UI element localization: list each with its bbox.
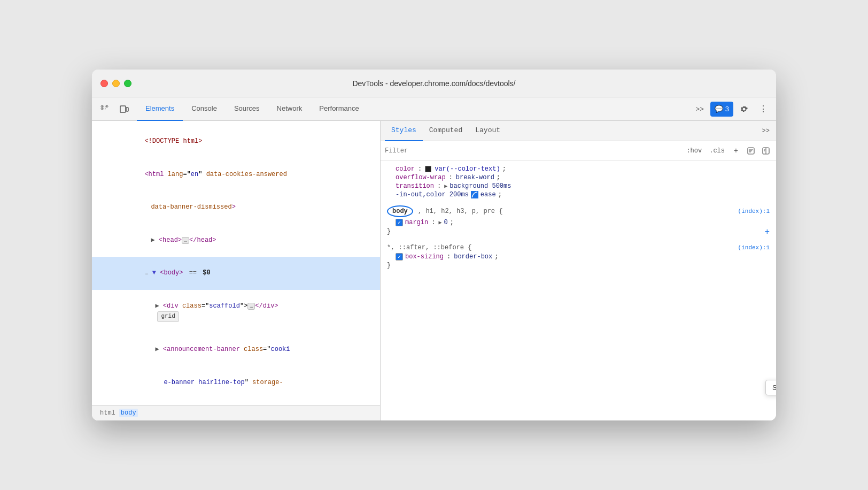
prop-transition-cont: -in-out,color 200ms ease;: [387, 190, 770, 199]
bezier-curve-icon[interactable]: [471, 191, 478, 198]
settings-button[interactable]: [735, 101, 753, 118]
expand-margin-button[interactable]: ▶: [438, 219, 441, 226]
main-tabs: Elements Console Sources Network Perform…: [137, 97, 692, 121]
filter-cls-button[interactable]: .cls: [707, 146, 727, 156]
titlebar: DevTools - developer.chrome.com/docs/dev…: [92, 70, 776, 97]
tab-styles[interactable]: Styles: [385, 121, 423, 141]
notification-icon: 💬: [715, 105, 723, 113]
toggle-element-state-button[interactable]: [745, 145, 757, 157]
tab-sources[interactable]: Sources: [226, 97, 268, 121]
style-rule-universal: *, ::after, ::before { (index):1 box-siz…: [387, 244, 770, 270]
rule-source-universal[interactable]: (index):1: [738, 244, 770, 251]
traffic-lights: [100, 80, 131, 87]
styles-more-tabs-button[interactable]: >>: [760, 127, 772, 135]
tab-elements[interactable]: Elements: [137, 97, 183, 121]
tab-layout[interactable]: Layout: [469, 121, 507, 141]
window-title: DevTools - developer.chrome.com/docs/dev…: [352, 79, 515, 88]
prop-margin: margin: ▶ 0;: [387, 218, 770, 227]
rule-universal-close: }: [387, 261, 770, 270]
dom-tree[interactable]: <!DOCTYPE html> <html lang="en" data-coo…: [92, 121, 380, 405]
dom-line-html-cont[interactable]: data-banner-dismissed>: [92, 191, 380, 224]
close-button[interactable]: [100, 80, 108, 87]
dom-line-div-scaffold[interactable]: ▶ <div class="scaffold">…</div> grid: [92, 290, 380, 333]
toolbar-right-actions: >> 💬 3 ⋮: [692, 101, 772, 118]
svg-rect-3: [104, 108, 105, 110]
color-swatch-black[interactable]: [425, 166, 431, 172]
styles-panel: Styles Computed Layout >> :hov .cls: [381, 121, 776, 420]
add-style-rule-button[interactable]: +: [730, 145, 742, 157]
breadcrumb-html[interactable]: html: [98, 409, 117, 417]
styles-content: color: var(--color-text); overflow-wrap:…: [381, 160, 776, 420]
svg-rect-0: [101, 105, 103, 107]
svg-rect-4: [106, 105, 108, 107]
toolbar-icon-group: [96, 101, 133, 118]
styles-tabs-bar: Styles Computed Layout >>: [381, 121, 776, 141]
dom-line-announcement2[interactable]: e-banner hairline-top" storage-: [92, 366, 380, 400]
notification-count: 3: [725, 105, 729, 113]
breadcrumb-body[interactable]: body: [119, 409, 138, 417]
prop-overflow-wrap: overflow-wrap: break-word;: [387, 173, 770, 182]
more-tabs-button[interactable]: >>: [692, 101, 708, 118]
svg-rect-5: [120, 106, 126, 112]
svg-rect-6: [126, 108, 128, 111]
add-property-body-button[interactable]: +: [764, 227, 770, 237]
devtools-window: DevTools - developer.chrome.com/docs/dev…: [92, 70, 776, 420]
rule-body-close: } +: [387, 227, 770, 238]
main-toolbar: Elements Console Sources Network Perform…: [92, 97, 776, 121]
filter-buttons-group: :hov .cls +: [684, 145, 772, 157]
filter-hov-button[interactable]: :hov: [684, 146, 704, 156]
styles-filter-input[interactable]: [385, 147, 680, 155]
rule-source-body[interactable]: (index):1: [738, 208, 770, 215]
tab-console[interactable]: Console: [183, 97, 226, 121]
devtools-body: Elements Console Sources Network Perform…: [92, 97, 776, 420]
box-sizing-checkbox[interactable]: [396, 253, 403, 261]
device-toggle-button[interactable]: [115, 101, 133, 118]
margin-checkbox[interactable]: [396, 219, 403, 226]
notification-badge[interactable]: 💬 3: [710, 102, 733, 117]
dom-line-html[interactable]: <html lang="en" data-cookies-answered: [92, 158, 380, 192]
dom-line-head[interactable]: ▶ <head>…</head>: [92, 224, 380, 257]
prop-transition: transition: ▶ background 500ms: [387, 182, 770, 190]
dom-panel: <!DOCTYPE html> <html lang="en" data-coo…: [92, 121, 381, 420]
body-selector-badge[interactable]: body: [387, 205, 413, 217]
style-rule-color-block: color: var(--color-text); overflow-wrap:…: [387, 165, 770, 199]
maximize-button[interactable]: [124, 80, 131, 87]
grid-badge[interactable]: grid: [157, 311, 179, 322]
svg-rect-1: [101, 108, 103, 110]
tab-network[interactable]: Network: [268, 97, 311, 121]
minimize-button[interactable]: [112, 80, 120, 87]
computed-sidebar-button[interactable]: [760, 145, 772, 157]
more-options-button[interactable]: ⋮: [755, 101, 772, 118]
specificity-tooltip: Specificity: (0,0,1): [765, 380, 776, 395]
prop-box-sizing: box-sizing: border-box;: [387, 252, 770, 261]
dom-line-doctype: <!DOCTYPE html>: [92, 125, 380, 158]
tab-computed[interactable]: Computed: [423, 121, 469, 141]
rule-selector-line-universal: *, ::after, ::before { (index):1: [387, 244, 770, 251]
main-content-area: <!DOCTYPE html> <html lang="en" data-coo…: [92, 121, 776, 420]
inspect-element-button[interactable]: [96, 101, 113, 118]
rule-selector-line-body: body , h1, h2, h3, p, pre { (index):1: [387, 205, 770, 217]
tab-performance[interactable]: Performance: [311, 97, 367, 121]
style-rule-body: body , h1, h2, h3, p, pre { (index):1 ma…: [387, 205, 770, 238]
dom-line-body[interactable]: … ▼ <body> == $0: [92, 257, 380, 290]
prop-color: color: var(--color-text);: [387, 165, 770, 173]
dom-line-announcement3[interactable]: key="user-cookies" active>…: [92, 399, 380, 405]
expand-transition-button[interactable]: ▶: [444, 183, 447, 189]
svg-rect-2: [104, 105, 105, 107]
dom-breadcrumb: html body: [92, 405, 380, 420]
styles-filter-bar: :hov .cls +: [381, 141, 776, 160]
dom-line-announcement[interactable]: ▶ <announcement-banner class="cooki: [92, 333, 380, 366]
